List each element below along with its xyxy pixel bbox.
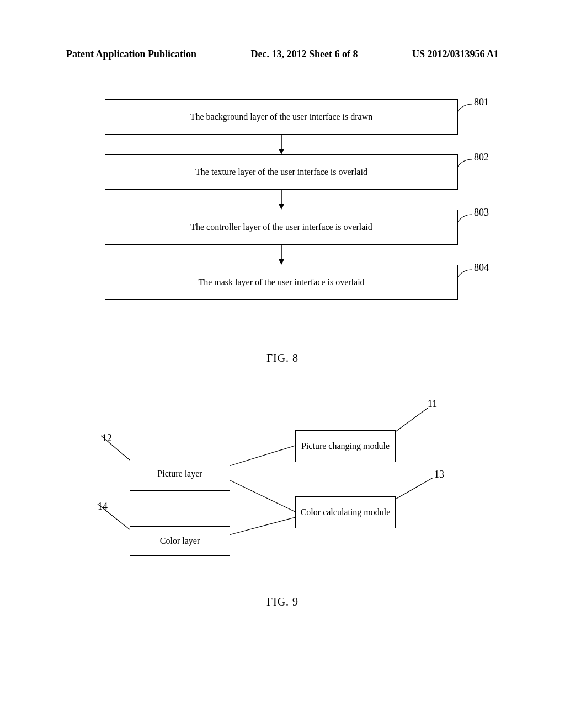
lead-line — [457, 215, 474, 224]
header-center: Dec. 13, 2012 Sheet 6 of 8 — [251, 49, 358, 60]
block-picture-layer: Picture layer — [130, 457, 230, 491]
block-color-layer: Color layer — [130, 526, 230, 556]
svg-line-6 — [229, 446, 295, 466]
block-text: Picture layer — [157, 468, 202, 480]
block-text: Color layer — [160, 536, 200, 547]
flow-step-label: 801 — [474, 97, 489, 108]
figure-9-block-diagram: Picture layer Color layer Picture changi… — [86, 397, 472, 585]
flow-step-801: The background layer of the user interfa… — [105, 99, 458, 135]
flow-step-text: The mask layer of the user interface is … — [198, 277, 364, 287]
flow-step-text: The controller layer of the user interfa… — [190, 222, 372, 232]
flow-step-label: 802 — [474, 152, 489, 163]
ref-label-14: 14 — [98, 501, 108, 512]
flow-step-802: The texture layer of the user interface … — [105, 154, 458, 190]
figure-9-caption: FIG. 9 — [0, 596, 565, 608]
flow-step-text: The texture layer of the user interface … — [195, 167, 367, 177]
arrow-down-icon — [105, 190, 458, 210]
flow-step-label: 803 — [474, 207, 489, 218]
arrow-down-icon — [105, 245, 458, 265]
ref-label-12: 12 — [102, 432, 112, 444]
svg-line-10 — [395, 478, 433, 500]
header-left: Patent Application Publication — [66, 49, 196, 60]
ref-label-13: 13 — [434, 469, 444, 480]
header-right: US 2012/0313956 A1 — [412, 49, 499, 60]
figure-8-caption: FIG. 8 — [0, 352, 565, 365]
lead-line — [457, 104, 474, 114]
block-picture-changing-module: Picture changing module — [295, 430, 396, 462]
figure-8-flowchart: The background layer of the user interfa… — [105, 99, 458, 300]
ref-label-11: 11 — [428, 398, 437, 410]
block-text: Color calculating module — [301, 507, 391, 518]
lead-line — [457, 270, 474, 280]
lead-line — [457, 159, 474, 169]
svg-marker-5 — [279, 259, 284, 265]
page-header: Patent Application Publication Dec. 13, … — [0, 49, 565, 60]
svg-line-7 — [229, 480, 295, 512]
svg-marker-1 — [279, 149, 284, 154]
block-color-calculating-module: Color calculating module — [295, 496, 396, 528]
svg-line-8 — [229, 517, 295, 535]
block-text: Picture changing module — [301, 441, 390, 452]
arrow-down-icon — [105, 135, 458, 154]
flow-step-text: The background layer of the user interfa… — [190, 112, 373, 122]
svg-line-9 — [395, 408, 428, 432]
svg-marker-3 — [279, 204, 284, 210]
flow-step-803: The controller layer of the user interfa… — [105, 210, 458, 245]
flow-step-804: The mask layer of the user interface is … — [105, 265, 458, 300]
flow-step-label: 804 — [474, 262, 489, 274]
